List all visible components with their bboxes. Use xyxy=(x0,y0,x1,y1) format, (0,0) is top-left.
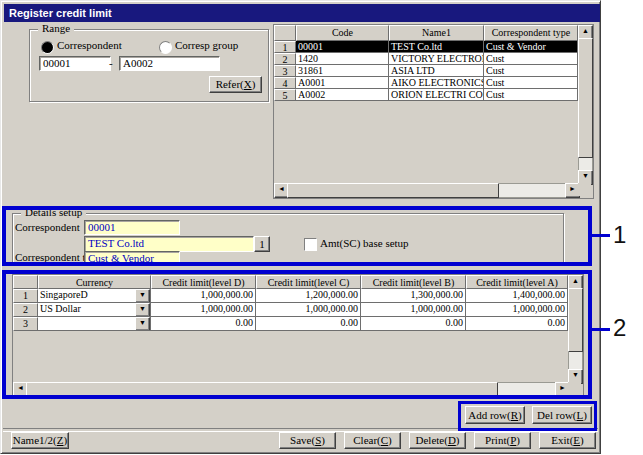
range-to-input[interactable]: A0002 xyxy=(119,56,220,71)
table-row-name[interactable]: ASIA LTD xyxy=(389,65,484,77)
exit-button[interactable]: Exit(E) xyxy=(539,432,596,449)
title-bar[interactable]: Register credit limit xyxy=(4,4,600,22)
col-header-code: Code xyxy=(296,25,389,41)
annotation-connector-2 xyxy=(590,328,610,331)
table-row-code[interactable]: A0001 xyxy=(296,77,389,89)
correspondent-list-panel: Code Name1 Correspondent type 1 00001 TE… xyxy=(273,24,594,199)
annotation-connector-1 xyxy=(590,234,610,237)
row-number[interactable]: 2 xyxy=(274,53,296,65)
correspondent-radio-label: Correspondent xyxy=(57,39,122,52)
table-row-name[interactable]: TEST Co.ltd xyxy=(389,41,484,53)
range-from-input[interactable]: 00001 xyxy=(39,56,111,71)
table-row-type[interactable]: Cust xyxy=(484,65,578,77)
table-row-code[interactable]: A0002 xyxy=(296,89,389,101)
table-row-type[interactable]: Cust & Vendor xyxy=(484,41,578,53)
table-row-code[interactable]: 1420 xyxy=(296,53,389,65)
row-number[interactable]: 3 xyxy=(274,65,296,77)
screenshot-root: Register credit limit Range Corresponden… xyxy=(0,0,643,455)
window-title: Register credit limit xyxy=(9,7,112,19)
delete-button[interactable]: Delete(D) xyxy=(409,432,466,449)
table-row-type[interactable]: Cust xyxy=(484,53,578,65)
name12-button[interactable]: Name1/2(Z) xyxy=(11,432,69,449)
correspondent-radio[interactable] xyxy=(41,41,54,54)
col-header-type: Correspondent type xyxy=(484,25,578,41)
row-number[interactable]: 5 xyxy=(274,89,296,101)
scrollbar-corner xyxy=(578,183,591,196)
table-row-type[interactable]: Cust xyxy=(484,77,578,89)
table-row-name[interactable]: VICTORY ELECTRON 1 xyxy=(389,53,484,65)
annotation-label-1: 1 xyxy=(613,222,626,248)
scrollbar-thumb[interactable] xyxy=(578,38,593,158)
scrollbar-thumb[interactable] xyxy=(287,183,499,198)
table-row-name[interactable]: AIKO ELECTRONICS xyxy=(389,77,484,89)
range-group-title: Range xyxy=(38,22,74,35)
col-header-name1: Name1 xyxy=(389,25,484,41)
table-row-code[interactable]: 00001 xyxy=(296,41,389,53)
annotation-box-buttons xyxy=(458,401,597,431)
save-button[interactable]: Save(S) xyxy=(279,432,336,449)
correspondent-table: Code Name1 Correspondent type 1 00001 TE… xyxy=(274,25,578,101)
print-button[interactable]: Print(P) xyxy=(474,432,531,449)
range-dash: - xyxy=(109,57,113,70)
annotation-box-1 xyxy=(2,206,592,266)
annotation-label-2: 2 xyxy=(613,315,626,341)
corresp-group-radio[interactable] xyxy=(159,41,172,54)
table-row-type[interactable]: Cust xyxy=(484,89,578,101)
corresp-group-radio-label: Corresp group xyxy=(175,39,238,52)
list-horizontal-scrollbar[interactable]: ◄ ► xyxy=(274,183,580,198)
annotation-box-2 xyxy=(2,270,592,399)
table-row-name[interactable]: ORION ELECTRI CO LT xyxy=(389,89,484,101)
row-number[interactable]: 4 xyxy=(274,77,296,89)
refer-button[interactable]: Refer(X) xyxy=(209,76,262,93)
list-vertical-scrollbar[interactable]: ▲ ▼ xyxy=(578,25,593,185)
clear-button[interactable]: Clear(C) xyxy=(344,432,401,449)
row-number[interactable]: 1 xyxy=(274,41,296,53)
table-row-code[interactable]: 31861 xyxy=(296,65,389,77)
col-header-rownum xyxy=(274,25,296,41)
